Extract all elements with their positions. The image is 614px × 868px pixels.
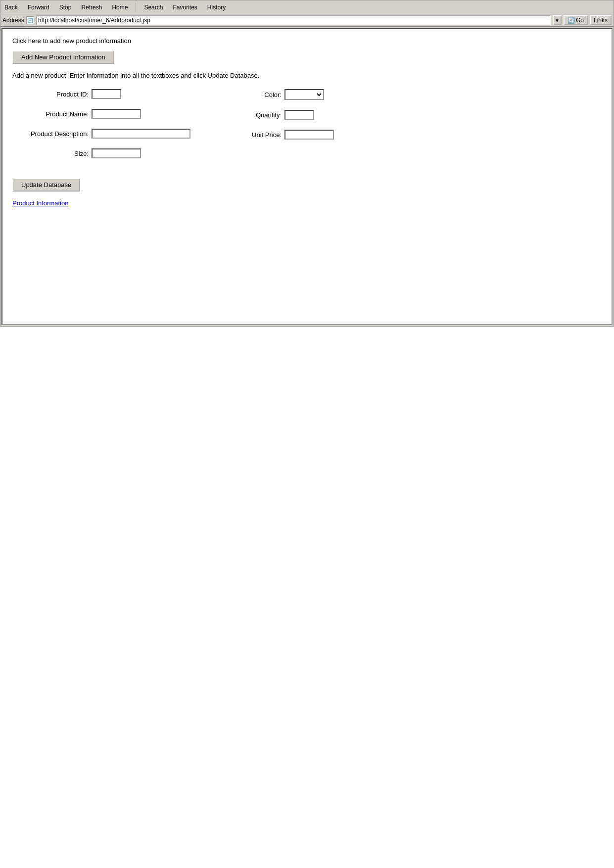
size-label: Size: xyxy=(12,150,92,157)
product-desc-input[interactable] xyxy=(92,129,190,139)
search-button[interactable]: Search xyxy=(142,3,165,12)
size-row: Size: xyxy=(12,148,190,158)
unit-price-row: Unit Price: xyxy=(240,130,334,140)
forward-button[interactable]: Forward xyxy=(26,3,51,12)
product-desc-label: Product Description: xyxy=(12,130,92,138)
go-icon: 🔄 xyxy=(567,17,575,24)
go-button[interactable]: 🔄 Go xyxy=(564,15,588,25)
home-button[interactable]: Home xyxy=(110,3,130,12)
product-id-label: Product ID: xyxy=(12,91,92,98)
update-database-button[interactable]: Update Database xyxy=(12,178,80,192)
quantity-row: Quantity: xyxy=(240,110,334,120)
toolbar-separator xyxy=(136,3,136,12)
quantity-label: Quantity: xyxy=(240,111,284,119)
address-input[interactable] xyxy=(36,15,551,25)
product-desc-row: Product Description: xyxy=(12,129,190,139)
color-label: Color: xyxy=(240,91,284,98)
size-input[interactable] xyxy=(92,148,141,158)
back-button[interactable]: Back xyxy=(2,3,20,12)
refresh-button[interactable]: Refresh xyxy=(79,3,104,12)
history-button[interactable]: History xyxy=(205,3,228,12)
unit-price-label: Unit Price: xyxy=(240,131,284,139)
product-id-input[interactable] xyxy=(92,89,121,99)
address-dropdown[interactable]: ▼ xyxy=(553,15,562,25)
address-label: Address xyxy=(2,17,24,24)
left-column: Product ID: Product Name: Product Descri… xyxy=(12,89,190,163)
form-columns: Product ID: Product Name: Product Descri… xyxy=(12,89,602,163)
links-button[interactable]: Links xyxy=(590,15,612,25)
color-row: Color: xyxy=(240,89,334,100)
add-new-product-button[interactable]: Add New Product Information xyxy=(12,50,114,64)
quantity-input[interactable] xyxy=(284,110,314,120)
product-name-row: Product Name: xyxy=(12,109,190,119)
product-name-label: Product Name: xyxy=(12,110,92,118)
browser-toolbar: Back Forward Stop Refresh Home Search Fa… xyxy=(0,0,614,14)
product-name-input[interactable] xyxy=(92,109,141,119)
right-column: Color: Quantity: Unit Price: xyxy=(240,89,334,163)
favorites-button[interactable]: Favorites xyxy=(171,3,199,12)
unit-price-input[interactable] xyxy=(284,130,334,140)
content-area: Click here to add new product informatio… xyxy=(1,28,613,325)
address-bar: Address 🔄 ▼ 🔄 Go Links xyxy=(0,14,614,27)
page-icon: 🔄 xyxy=(26,16,34,24)
browser-window: Back Forward Stop Refresh Home Search Fa… xyxy=(0,0,614,327)
product-id-row: Product ID: xyxy=(12,89,190,99)
description-text: Add a new product. Enter information int… xyxy=(12,72,602,79)
product-form: Product ID: Product Name: Product Descri… xyxy=(12,89,602,163)
intro-text: Click here to add new product informatio… xyxy=(12,37,602,45)
color-select[interactable] xyxy=(284,89,324,100)
product-info-link[interactable]: Product Information xyxy=(12,199,68,207)
stop-button[interactable]: Stop xyxy=(57,3,74,12)
